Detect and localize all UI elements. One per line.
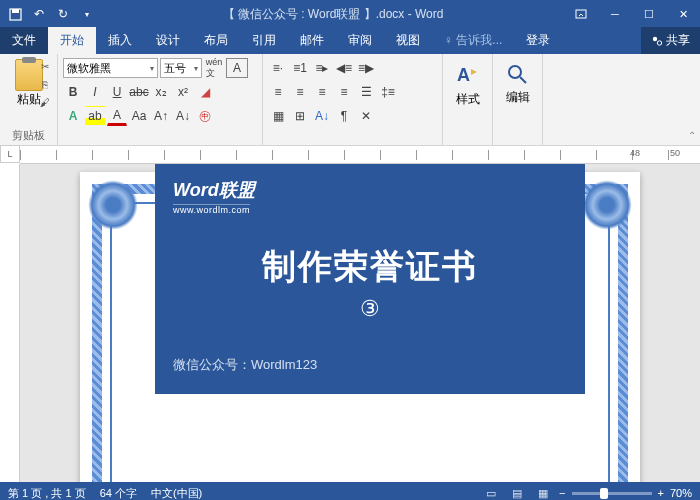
group-clipboard: 粘贴 ✂ ⎘ 🖌 剪贴板 — [0, 54, 58, 145]
bold-button[interactable]: B — [63, 82, 83, 102]
zoom-out-icon[interactable]: − — [559, 487, 565, 499]
collapse-ribbon-icon[interactable]: ⌃ — [688, 130, 696, 141]
tab-selector[interactable]: L — [0, 145, 20, 163]
highlight-icon[interactable]: ab — [85, 106, 105, 126]
find-button[interactable]: 编辑 — [506, 57, 530, 106]
qat-more-icon[interactable]: ▾ — [76, 3, 98, 25]
svg-text:A: A — [457, 65, 470, 85]
maximize-icon[interactable]: ☐ — [632, 0, 666, 28]
line-spacing-icon[interactable]: ‡≡ — [378, 82, 398, 102]
tab-view[interactable]: 视图 — [384, 27, 432, 54]
tab-file[interactable]: 文件 — [0, 27, 48, 54]
show-marks-icon[interactable]: ¶ — [334, 106, 354, 126]
shading-icon[interactable]: ▦ — [268, 106, 288, 126]
group-font: 微软雅黑 五号 wén文 A B I U abc x₂ x² ◢ A ab A … — [58, 54, 263, 145]
zoom-slider[interactable] — [572, 492, 652, 495]
save-icon[interactable] — [4, 3, 26, 25]
document-canvas[interactable]: 兹证明 Word联盟www.wordlm.com 制作荣誉证书 ③ 微信公众号：… — [20, 164, 700, 482]
document-area: 兹证明 Word联盟www.wordlm.com 制作荣誉证书 ③ 微信公众号：… — [0, 164, 700, 482]
copy-icon[interactable]: ⎘ — [36, 76, 54, 92]
strikethrough-button[interactable]: abc — [129, 82, 149, 102]
tab-layout[interactable]: 布局 — [192, 27, 240, 54]
zoom-level[interactable]: 70% — [670, 487, 692, 499]
subscript-button[interactable]: x₂ — [151, 82, 171, 102]
snap-grid-icon[interactable]: ✕ — [356, 106, 376, 126]
align-right-icon[interactable]: ≡ — [312, 82, 332, 102]
title-overlay: Word联盟www.wordlm.com 制作荣誉证书 ③ 微信公众号：Word… — [155, 164, 585, 394]
styles-label: 样式 — [456, 91, 480, 108]
statusbar: 第 1 页 , 共 1 页 64 个字 中文(中国) ▭ ▤ ▦ − + 70% — [0, 482, 700, 500]
italic-button[interactable]: I — [85, 82, 105, 102]
text-effects-icon[interactable]: A — [63, 106, 83, 126]
group-editing: 编辑 — [493, 54, 543, 145]
tab-mailings[interactable]: 邮件 — [288, 27, 336, 54]
vertical-ruler[interactable] — [0, 164, 20, 482]
tab-review[interactable]: 审阅 — [336, 27, 384, 54]
format-painter-icon[interactable]: 🖌 — [36, 94, 54, 110]
justify-icon[interactable]: ≡ — [334, 82, 354, 102]
close-icon[interactable]: ✕ — [666, 0, 700, 28]
distribute-icon[interactable]: ☰ — [356, 82, 376, 102]
group-styles: A 样式 — [443, 54, 493, 145]
find-icon — [506, 63, 530, 87]
increase-indent-icon[interactable]: ≡▶ — [356, 58, 376, 78]
phonetic-guide-icon[interactable]: wén文 — [204, 58, 224, 78]
group-paragraph: ≡· ≡1 ≡▸ ◀≡ ≡▶ ≡ ≡ ≡ ≡ ☰ ‡≡ ▦ ⊞ A↓ ¶ ✕ — [263, 54, 443, 145]
read-mode-icon[interactable]: ▭ — [481, 485, 501, 500]
overlay-subtitle: 微信公众号：Wordlm123 — [173, 356, 567, 374]
clipboard-label: 剪贴板 — [5, 126, 52, 143]
titlebar: ↶ ↻ ▾ 【 微信公众号 : Word联盟 】.docx - Word ─ ☐… — [0, 0, 700, 28]
sort-icon[interactable]: A↓ — [312, 106, 332, 126]
align-center-icon[interactable]: ≡ — [290, 82, 310, 102]
login-link[interactable]: 登录 — [514, 27, 562, 54]
tab-design[interactable]: 设计 — [144, 27, 192, 54]
tab-insert[interactable]: 插入 — [96, 27, 144, 54]
align-left-icon[interactable]: ≡ — [268, 82, 288, 102]
ribbon: 粘贴 ✂ ⎘ 🖌 剪贴板 微软雅黑 五号 wén文 A B I U abc x₂… — [0, 54, 700, 146]
zoom-in-icon[interactable]: + — [658, 487, 664, 499]
superscript-button[interactable]: x² — [173, 82, 193, 102]
ribbon-tabs: 文件 开始 插入 设计 布局 引用 邮件 审阅 视图 ♀ 告诉我... 登录 共… — [0, 28, 700, 54]
enclose-char-icon[interactable]: ㊥ — [195, 106, 215, 126]
numbering-icon[interactable]: ≡1 — [290, 58, 310, 78]
minimize-icon[interactable]: ─ — [598, 0, 632, 28]
cut-icon[interactable]: ✂ — [36, 58, 54, 74]
horizontal-ruler[interactable]: 48 50 — [20, 146, 700, 164]
ribbon-options-icon[interactable] — [564, 0, 598, 28]
underline-button[interactable]: U — [107, 82, 127, 102]
decrease-indent-icon[interactable]: ◀≡ — [334, 58, 354, 78]
font-name-combo[interactable]: 微软雅黑 — [63, 58, 158, 78]
svg-point-4 — [657, 40, 661, 44]
page-indicator[interactable]: 第 1 页 , 共 1 页 — [8, 486, 86, 501]
edit-label: 编辑 — [506, 89, 530, 106]
redo-icon[interactable]: ↻ — [52, 3, 74, 25]
svg-point-6 — [509, 66, 521, 78]
print-layout-icon[interactable]: ▤ — [507, 485, 527, 500]
window-controls: ─ ☐ ✕ — [564, 0, 700, 28]
font-size-combo[interactable]: 五号 — [160, 58, 202, 78]
borders-icon[interactable]: ⊞ — [290, 106, 310, 126]
font-color-icon[interactable]: A — [107, 106, 127, 126]
undo-icon[interactable]: ↶ — [28, 3, 50, 25]
character-border-icon[interactable]: A — [226, 58, 248, 78]
overlay-number: ③ — [173, 296, 567, 322]
word-count[interactable]: 64 个字 — [100, 486, 137, 501]
web-layout-icon[interactable]: ▦ — [533, 485, 553, 500]
shrink-font-icon[interactable]: A↓ — [173, 106, 193, 126]
window-title: 【 微信公众号 : Word联盟 】.docx - Word — [102, 6, 564, 23]
multilevel-icon[interactable]: ≡▸ — [312, 58, 332, 78]
grow-font-icon[interactable]: A↑ — [151, 106, 171, 126]
clear-format-icon[interactable]: ◢ — [195, 82, 215, 102]
tab-home[interactable]: 开始 — [48, 27, 96, 54]
tab-references[interactable]: 引用 — [240, 27, 288, 54]
styles-button[interactable]: A 样式 — [455, 57, 481, 108]
styles-icon: A — [455, 63, 481, 89]
quick-access-toolbar: ↶ ↻ ▾ — [0, 3, 102, 25]
svg-rect-1 — [12, 9, 19, 13]
bullets-icon[interactable]: ≡· — [268, 58, 288, 78]
language-indicator[interactable]: 中文(中国) — [151, 486, 202, 501]
char-shading-icon[interactable]: Aa — [129, 106, 149, 126]
share-button[interactable]: 共享 — [641, 27, 700, 54]
overlay-title: 制作荣誉证书 — [173, 244, 567, 290]
tab-tell-me[interactable]: ♀ 告诉我... — [432, 27, 514, 54]
